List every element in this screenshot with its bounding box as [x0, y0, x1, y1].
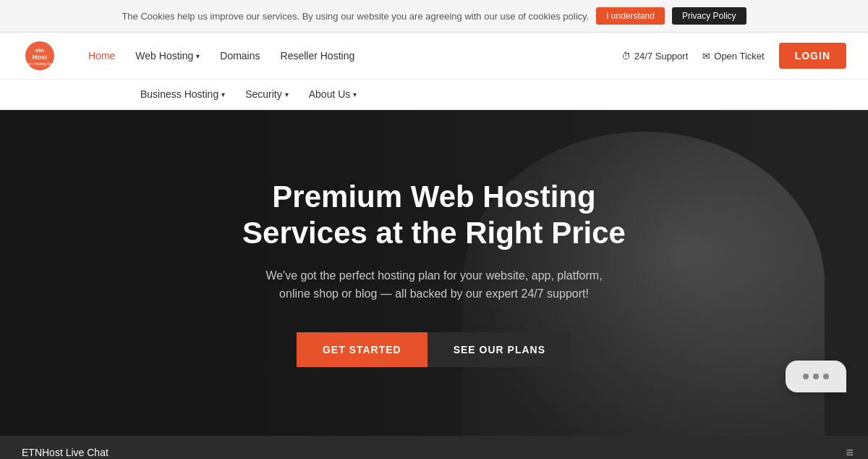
- hero-content: Premium Web HostingServices at the Right…: [228, 179, 640, 367]
- nav-reseller-hosting[interactable]: Reseller Hosting: [272, 44, 364, 67]
- security-arrow: ▾: [285, 90, 289, 98]
- svg-text:Host: Host: [33, 54, 47, 61]
- see-plans-button[interactable]: SEE OUR PLANS: [427, 332, 571, 367]
- main-nav: Home Web Hosting ▾ Domains Reseller Host…: [80, 44, 363, 67]
- cookie-banner: The Cookies help us improve our services…: [0, 0, 868, 33]
- live-chat-bar[interactable]: ETNHost Live Chat ≡: [0, 436, 868, 459]
- live-chat-menu-icon[interactable]: ≡: [846, 445, 854, 460]
- nav-web-hosting[interactable]: Web Hosting ▾: [127, 44, 208, 67]
- logo-icon: etn Host Premium Hosting Services: [22, 40, 58, 72]
- secondary-nav-items: Business Hosting ▾ Security ▾ About Us ▾: [132, 83, 365, 106]
- nav-business-hosting[interactable]: Business Hosting ▾: [132, 83, 234, 106]
- hero-subtitle: We've got the perfect hosting plan for y…: [242, 266, 626, 303]
- nav-domains[interactable]: Domains: [211, 44, 268, 67]
- email-icon: [702, 51, 710, 62]
- nav-about-us[interactable]: About Us ▾: [300, 83, 366, 106]
- cookie-text: The Cookies help us improve our services…: [122, 11, 589, 22]
- web-hosting-arrow: ▾: [196, 52, 200, 60]
- hero-buttons: GET STARTED SEE OUR PLANS: [242, 332, 626, 367]
- understand-button[interactable]: I understand: [596, 7, 665, 25]
- clock-icon: [621, 51, 631, 62]
- secondary-nav: Business Hosting ▾ Security ▾ About Us ▾: [0, 80, 868, 110]
- privacy-policy-button[interactable]: Privacy Policy: [672, 7, 746, 25]
- open-ticket-link[interactable]: Open Ticket: [702, 51, 764, 62]
- chat-dot-1: [803, 374, 809, 379]
- chat-dot-2: [813, 374, 819, 379]
- nav-security[interactable]: Security ▾: [237, 83, 297, 106]
- hero-section: Premium Web HostingServices at the Right…: [0, 110, 868, 436]
- about-us-arrow: ▾: [353, 90, 357, 98]
- svg-text:etn: etn: [35, 47, 44, 54]
- logo[interactable]: etn Host Premium Hosting Services: [22, 40, 58, 72]
- svg-text:Premium Hosting Services: Premium Hosting Services: [22, 62, 58, 66]
- chat-widget[interactable]: [786, 361, 846, 392]
- nav-home[interactable]: Home: [80, 44, 124, 67]
- header-right: 24/7 Support Open Ticket LOGIN: [621, 43, 846, 69]
- hero-title: Premium Web HostingServices at the Right…: [242, 179, 626, 252]
- chat-bubble: [786, 361, 846, 392]
- header: etn Host Premium Hosting Services Home W…: [0, 33, 868, 80]
- header-left: etn Host Premium Hosting Services Home W…: [22, 40, 363, 72]
- support-link[interactable]: 24/7 Support: [621, 51, 688, 62]
- get-started-button[interactable]: GET STARTED: [297, 332, 427, 367]
- business-hosting-arrow: ▾: [221, 90, 225, 98]
- login-button[interactable]: LOGIN: [779, 43, 846, 69]
- chat-dot-3: [823, 374, 829, 379]
- live-chat-label: ETNHost Live Chat: [22, 447, 109, 458]
